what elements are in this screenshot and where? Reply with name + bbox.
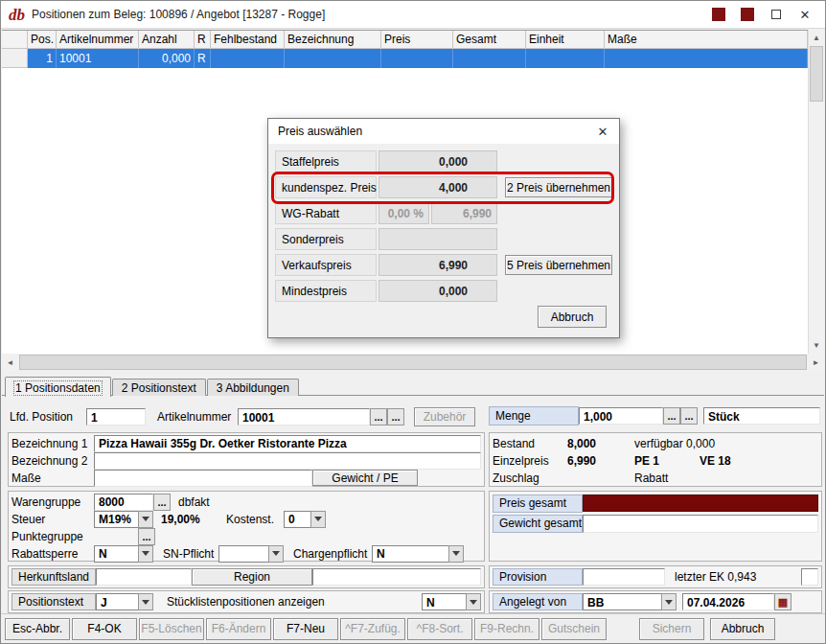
provision-mini-field[interactable] [801, 568, 818, 586]
dropdown-arrow-icon[interactable] [138, 511, 153, 528]
dropdown-arrow-icon[interactable] [138, 545, 153, 563]
gutschein-button[interactable]: Gutschein [541, 618, 607, 640]
horizontal-scroll-thumb[interactable] [19, 355, 807, 370]
calendar-button[interactable]: ▦ [774, 593, 792, 610]
table-row-selected[interactable]: 1 10001 0,000 R [2, 49, 808, 68]
col-header-anzahl[interactable]: Anzahl [139, 31, 195, 49]
bezeichnung1-field[interactable]: Pizza Hawaii 355g Dr. Oetker Ristorante … [94, 435, 481, 452]
col-header-pos[interactable]: Pos. [28, 31, 57, 49]
cell-gesamt[interactable] [453, 49, 526, 68]
gewicht-gesamt-field[interactable] [583, 515, 818, 533]
dropdown-arrow-icon[interactable] [448, 545, 464, 563]
close-button[interactable]: ✕ [791, 4, 819, 25]
vertical-scroll-track[interactable] [809, 102, 824, 337]
dropdown-arrow-icon[interactable] [661, 593, 677, 610]
col-header-masse[interactable]: Maße [605, 31, 808, 49]
tab-positionsdaten[interactable]: 1 Positionsdaten [5, 377, 111, 397]
region-button[interactable]: Region [192, 568, 312, 586]
rabattsperre-combo[interactable]: N [94, 545, 153, 563]
menge-lookup-button-2[interactable]: ... [680, 407, 698, 425]
herkunftsland-field[interactable] [96, 568, 192, 586]
lfd-position-field[interactable]: 1 [86, 408, 146, 426]
masse-field[interactable] [94, 470, 312, 487]
scroll-left-icon[interactable]: ◄ [2, 354, 18, 371]
f5-loeschen-button[interactable]: F5-Löschen [139, 618, 204, 640]
dialog-close-button[interactable]: ✕ [586, 119, 619, 144]
f7-zufueg-button[interactable]: ^F7-Zufüg. [340, 618, 405, 640]
dropdown-arrow-icon[interactable] [466, 593, 481, 610]
angelegt-von-combo[interactable]: BB [583, 593, 677, 610]
sichern-button[interactable]: Sichern [639, 618, 704, 640]
menge-lookup-button[interactable]: ... [663, 407, 680, 425]
row-selector-cell[interactable] [2, 49, 28, 68]
col-header-einheit[interactable]: Einheit [526, 31, 605, 49]
scroll-right-icon[interactable]: ► [808, 354, 824, 371]
bezeichnung2-field[interactable] [94, 452, 481, 470]
steuer-combo[interactable]: M19% [94, 511, 153, 528]
letzter-ek-label: letzter EK 0,943 [675, 570, 756, 584]
col-header-gesamt[interactable]: Gesamt [453, 31, 526, 49]
cell-fehlbestand[interactable] [211, 49, 285, 68]
tab-abbildungen[interactable]: 3 Abbildungen [207, 379, 299, 396]
scroll-up-icon[interactable]: ▲ [809, 30, 824, 46]
provision-field[interactable] [583, 568, 665, 586]
artikelnummer-lookup-button[interactable]: ... [370, 408, 387, 426]
f6-aendern-button[interactable]: F6-Ändern [206, 618, 271, 640]
vertical-scrollbar[interactable]: ▲ ▼ [808, 30, 824, 354]
warengruppe-field[interactable]: 8000 [94, 494, 153, 511]
tab-label: 3 Abbildungen [217, 381, 289, 395]
abbruch-button[interactable]: Abbruch [710, 618, 775, 640]
wg-rabatt-value: 6,990 [431, 202, 497, 224]
cell-artikelnummer[interactable]: 10001 [57, 49, 139, 68]
col-header-preis[interactable]: Preis [381, 31, 453, 49]
custom-red-button-1[interactable] [704, 4, 733, 25]
einheit-field[interactable]: Stück [703, 407, 820, 425]
esc-abbr-button[interactable]: Esc-Abbr. [5, 618, 70, 640]
cell-preis[interactable] [381, 49, 453, 68]
uebernehmen-2-button[interactable]: 2 Preis übernehmen [505, 177, 612, 197]
cell-pos[interactable]: 1 [28, 49, 57, 68]
punktegruppe-lookup-button[interactable]: ... [138, 528, 155, 545]
warengruppe-lookup-button[interactable]: ... [153, 494, 171, 511]
angelegt-datum-field[interactable]: 07.04.2026 [682, 593, 774, 610]
region-field[interactable] [312, 568, 481, 586]
dropdown-arrow-icon[interactable] [138, 593, 153, 610]
sn-pflicht-combo[interactable] [218, 545, 284, 563]
f8-sort-button[interactable]: ^F8-Sort. [407, 618, 472, 640]
dropdown-arrow-icon[interactable] [268, 545, 284, 563]
dropdown-arrow-icon[interactable] [310, 511, 326, 528]
vertical-scroll-thumb[interactable] [810, 46, 823, 102]
maximize-button[interactable] [762, 4, 791, 25]
tab-positionstext[interactable]: 2 Positionstext [112, 379, 206, 396]
cell-masse[interactable] [605, 49, 808, 68]
cell-bezeichnung[interactable] [285, 49, 381, 68]
cell-r[interactable]: R [195, 49, 211, 68]
col-header-r[interactable]: R [195, 31, 211, 49]
angelegt-von-value: BB [583, 593, 661, 610]
custom-red-button-2[interactable] [733, 4, 762, 25]
col-header-artikelnummer[interactable]: Artikelnummer [57, 31, 139, 49]
window-controls: ✕ [704, 4, 825, 25]
horizontal-scrollbar[interactable]: ◄ ► [2, 354, 824, 371]
gewicht-pe-button[interactable]: Gewicht / PE [312, 470, 418, 486]
artikelnummer-field[interactable]: 10001 [238, 408, 370, 426]
zubehoer-button[interactable]: Zubehör [414, 407, 475, 426]
positionstext-combo[interactable]: J [96, 593, 153, 610]
dialog-abbruch-button[interactable]: Abbruch [538, 306, 607, 328]
chargenpflicht-combo[interactable]: N [372, 545, 464, 563]
stueckliste-combo[interactable]: N [422, 593, 481, 610]
cell-einheit[interactable] [526, 49, 605, 68]
menge-field[interactable]: 1,000 [579, 407, 663, 425]
scroll-down-icon[interactable]: ▼ [809, 337, 824, 354]
cell-anzahl[interactable]: 0,000 [139, 49, 195, 68]
f7-neu-button[interactable]: F7-Neu [273, 618, 338, 640]
f4-ok-button[interactable]: F4-OK [72, 618, 137, 640]
artikelnummer-lookup-button-2[interactable]: ... [387, 408, 404, 426]
kostenst-combo[interactable]: 0 [284, 511, 326, 528]
preis-gesamt-group: Preis gesamt Gewicht gesamt [489, 491, 822, 562]
col-header-fehlbestand[interactable]: Fehlbestand [211, 31, 285, 49]
col-header-bezeichnung[interactable]: Bezeichnung [285, 31, 381, 49]
uebernehmen-5-button[interactable]: 5 Preis übernehmen [505, 255, 612, 275]
pe-value: PE 1 [634, 454, 700, 468]
f9-rechn-button[interactable]: F9-Rechn. [474, 618, 539, 640]
